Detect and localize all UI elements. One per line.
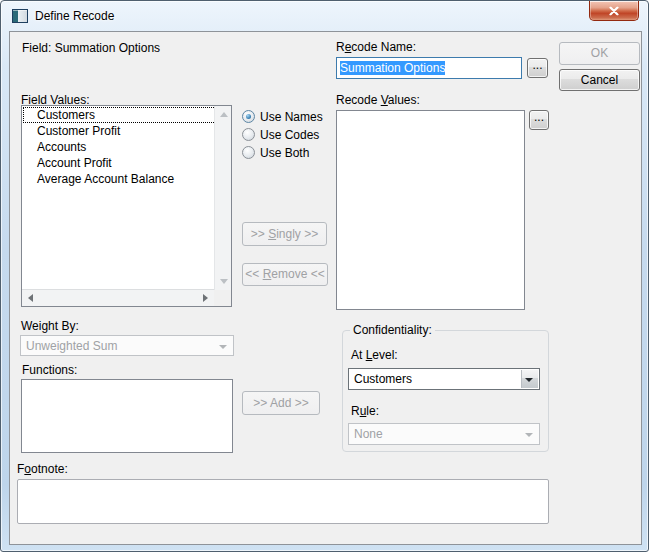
functions-label: Functions:	[22, 363, 77, 377]
rule-label: Rule:	[351, 404, 379, 418]
radio-button-icon	[242, 128, 255, 141]
combobox-value: Customers	[354, 372, 519, 386]
recode-name-input[interactable]: Summation Options	[336, 57, 522, 79]
radio-use-names[interactable]: Use Names	[242, 110, 323, 125]
at-level-label: At Level:	[351, 348, 398, 362]
dialog-client-area: Field: Summation Options Recode Name: Su…	[9, 31, 642, 545]
cancel-button[interactable]: Cancel	[559, 69, 640, 91]
radio-label: Use Codes	[260, 128, 319, 142]
field-summary-label: Field: Summation Options	[22, 41, 160, 55]
at-level-combobox[interactable]: Customers	[348, 368, 540, 390]
radio-button-icon	[242, 146, 255, 159]
footnote-label: Footnote:	[17, 462, 68, 476]
ok-button[interactable]: OK	[559, 42, 640, 65]
confidentiality-group: Confidentiality: At Level: Customers Rul…	[342, 330, 549, 452]
singly-button[interactable]: >> Singly >>	[242, 222, 327, 246]
close-button[interactable]	[589, 1, 639, 21]
recode-values-list[interactable]	[336, 110, 525, 310]
scroll-down-icon	[220, 279, 228, 284]
footnote-input[interactable]	[17, 479, 549, 524]
field-values-list[interactable]: CustomersCustomer ProfitAccountsAccount …	[21, 105, 232, 307]
list-item[interactable]: Average Account Balance	[23, 171, 230, 187]
scroll-left-icon	[28, 294, 33, 302]
confidentiality-label: Confidentiality:	[350, 323, 435, 337]
list-item[interactable]: Account Profit	[23, 155, 230, 171]
list-item[interactable]: Customer Profit	[23, 123, 230, 139]
recode-name-browse-button[interactable]: ...	[527, 58, 548, 78]
radio-button-icon	[242, 110, 255, 123]
radio-label: Use Both	[260, 146, 309, 160]
radio-use-both[interactable]: Use Both	[242, 146, 309, 161]
combobox-value: None	[354, 427, 519, 441]
close-icon	[609, 6, 620, 15]
app-icon	[12, 9, 28, 23]
weight-by-label: Weight By:	[21, 319, 79, 333]
recode-name-label: Recode Name:	[336, 40, 416, 54]
recode-values-label: Recode Values:	[336, 93, 420, 107]
title-bar[interactable]: Define Recode	[1, 1, 648, 31]
combobox-value: Unweighted Sum	[26, 339, 213, 353]
window-title: Define Recode	[35, 9, 114, 23]
chevron-down-icon	[525, 433, 533, 437]
rule-combobox[interactable]: None	[348, 423, 540, 445]
list-item[interactable]: Customers	[23, 107, 230, 123]
recode-values-browse-button[interactable]: ...	[529, 110, 549, 130]
radio-use-codes[interactable]: Use Codes	[242, 128, 319, 143]
horizontal-scrollbar[interactable]	[22, 289, 214, 306]
scroll-right-icon	[203, 294, 208, 302]
functions-list[interactable]	[21, 379, 233, 453]
define-recode-dialog: Define Recode Field: Summation Options R…	[0, 0, 649, 552]
chevron-down-icon	[525, 378, 533, 382]
scroll-up-icon	[220, 112, 228, 117]
add-button[interactable]: >> Add >>	[242, 391, 320, 415]
list-item[interactable]: Accounts	[23, 139, 230, 155]
chevron-down-icon	[219, 345, 227, 349]
field-values-items: CustomersCustomer ProfitAccountsAccount …	[23, 107, 230, 187]
weight-by-combobox[interactable]: Unweighted Sum	[20, 335, 234, 356]
radio-label: Use Names	[260, 110, 323, 124]
selected-text: Summation Options	[340, 61, 445, 75]
remove-button[interactable]: << Remove <<	[242, 263, 328, 286]
vertical-scrollbar[interactable]	[214, 106, 231, 290]
scrollbar-corner	[214, 290, 231, 306]
